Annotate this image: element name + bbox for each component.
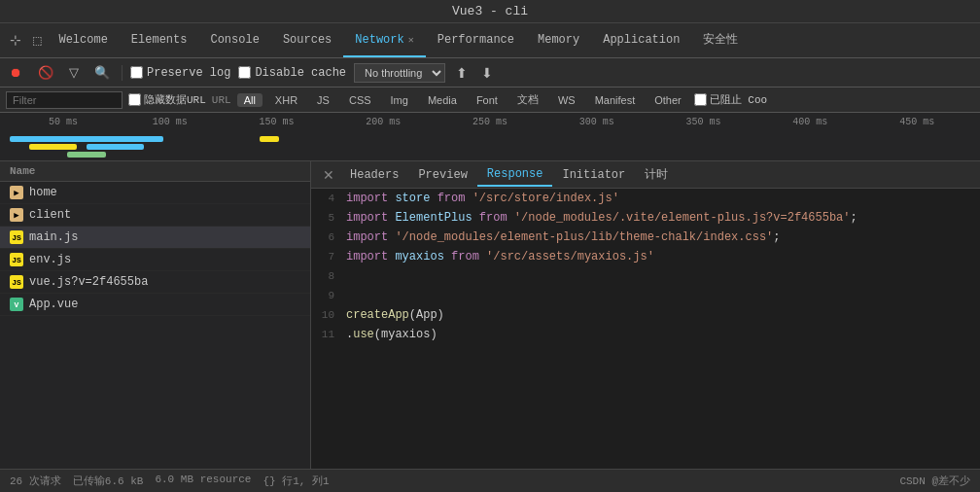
url-label: URL [212,94,231,106]
timeline-labels: 50 ms 100 ms 150 ms 200 ms 250 ms 300 ms… [0,117,980,127]
code-line-11: 11 .use(myaxios) [311,325,980,344]
tl-label-3: 150 ms [224,117,331,127]
status-bar: 26 次请求 已传输6.6 kB 6.0 MB resource {} 行1, … [0,469,980,492]
file-item-vuejs[interactable]: JS vue.js?v=2f4655ba [0,271,310,294]
tab-console[interactable]: Console [198,23,270,57]
hide-data-urls-checkbox[interactable] [128,93,141,106]
search-button[interactable]: 🔍 [90,63,114,82]
throttle-select[interactable]: No throttling [354,63,445,83]
js-icon: JS [10,230,23,244]
preserve-log-label[interactable]: Preserve log [130,66,230,80]
cursor-position: {} 行1, 列1 [262,474,329,488]
filter-xhr[interactable]: XHR [268,93,304,107]
file-item-mainjs[interactable]: JS main.js [0,227,310,249]
tab-elements[interactable]: Elements [120,23,199,57]
filter-other[interactable]: Other [648,93,688,107]
tab-close-icon[interactable]: ✕ [408,34,414,46]
timeline-row: 50 ms 100 ms 150 ms 200 ms 250 ms 300 ms… [0,113,980,161]
code-line-6: 6 import '/node_modules/element-plus/lib… [311,228,980,247]
record-button[interactable]: ⏺ [6,63,26,82]
title-bar: Vue3 - cli [0,0,980,23]
status-left: 26 次请求 已传输6.6 kB 6.0 MB resource {} 行1, … [10,474,330,488]
panel-close-button[interactable]: ✕ [317,167,340,183]
devtools-tabs: ⊹ ⬚ Welcome Elements Console Sources Net… [0,23,980,58]
filter-img[interactable]: Img [384,93,415,107]
timeline-bars [10,132,970,158]
import-button[interactable]: ⬆ [453,65,471,81]
preserve-log-checkbox[interactable] [130,66,143,79]
disable-cache-checkbox[interactable] [238,66,251,79]
detail-panel: ✕ Headers Preview Response Initiator 计时 … [311,161,980,469]
js-icon: JS [10,253,23,266]
tl-label-9: 450 ms [863,117,970,127]
file-panel-header: Name [0,161,310,182]
tab-preview[interactable]: Preview [408,164,476,186]
file-name: env.js [29,253,71,266]
tab-security[interactable]: 安全性 [691,23,750,57]
filter-js[interactable]: JS [310,93,336,107]
bar-5 [87,144,144,150]
window-title: Vue3 - cli [452,4,528,18]
filter-ws[interactable]: WS [551,93,582,107]
code-area[interactable]: 4 import store from '/src/store/index.js… [311,189,980,469]
blocked-checkbox[interactable] [694,93,707,106]
cursor-icon[interactable]: ⊹ [4,32,27,49]
code-line-9: 9 [311,286,980,305]
csdn-watermark: CSDN @差不少 [899,474,970,488]
tab-application[interactable]: Application [591,23,691,57]
code-line-7: 7 import myaxios from '/src/assets/myaxi… [311,247,980,266]
file-item-envjs[interactable]: JS env.js [0,249,310,271]
resource-size: 6.0 MB resource [155,474,251,488]
tab-response[interactable]: Response [477,163,553,187]
network-toolbar: ⏺ 🚫 ▽ 🔍 Preserve log Disable cache No th… [0,58,980,88]
filter-input[interactable] [6,91,122,109]
filter-all[interactable]: All [237,93,262,107]
export-button[interactable]: ⬇ [478,65,496,81]
file-name: client [29,208,71,222]
tab-welcome[interactable]: Welcome [47,23,119,57]
filter-manifest[interactable]: Manifest [588,93,643,107]
detail-tabs: ✕ Headers Preview Response Initiator 计时 [311,161,980,189]
tl-label-7: 350 ms [650,117,757,127]
tl-label-1: 50 ms [10,117,117,127]
code-line-10: 10 createApp(App) [311,305,980,325]
file-name: home [29,186,57,199]
code-line-4: 4 import store from '/src/store/index.js… [311,189,980,208]
transferred-size: 已传输6.6 kB [73,474,144,488]
disable-cache-label[interactable]: Disable cache [238,66,346,80]
file-panel: Name ▶ home ▶ client JS main.js JS env.j… [0,161,311,469]
bar-4 [67,152,106,158]
tab-memory[interactable]: Memory [526,23,591,57]
bar-3 [49,136,164,142]
clear-button[interactable]: 🚫 [34,63,57,82]
tab-sources[interactable]: Sources [271,23,343,57]
request-count: 26 次请求 [10,474,61,488]
code-line-8: 8 [311,266,980,286]
tl-label-4: 200 ms [330,117,437,127]
filter-icon[interactable]: ▽ [65,63,83,82]
filter-css[interactable]: CSS [342,93,378,107]
tl-label-8: 400 ms [756,117,863,127]
file-item-client[interactable]: ▶ client [0,204,310,227]
main-area: Name ▶ home ▶ client JS main.js JS env.j… [0,161,980,469]
tab-headers[interactable]: Headers [340,164,408,186]
tab-network[interactable]: Network ✕ [343,23,425,57]
filter-doc[interactable]: 文档 [510,91,545,108]
folder-icon: ▶ [10,208,23,222]
blocked-label[interactable]: 已阻止 Coo [694,92,767,107]
file-name: main.js [29,230,78,244]
filter-media[interactable]: Media [421,93,464,107]
tab-performance[interactable]: Performance [426,23,526,57]
filter-font[interactable]: Font [470,93,505,107]
inspect-icon[interactable]: ⬚ [27,32,47,49]
file-name: App.vue [29,298,78,311]
file-item-home[interactable]: ▶ home [0,182,310,204]
tl-label-2: 100 ms [117,117,224,127]
tab-initiator[interactable]: Initiator [552,164,635,186]
vue-icon: V [10,298,23,311]
folder-icon: ▶ [10,186,23,199]
tab-timing[interactable]: 计时 [635,162,678,187]
hide-data-urls-label[interactable]: 隐藏数据URL [128,92,206,107]
file-item-appvue[interactable]: V App.vue [0,294,310,316]
bar-6 [260,136,279,142]
